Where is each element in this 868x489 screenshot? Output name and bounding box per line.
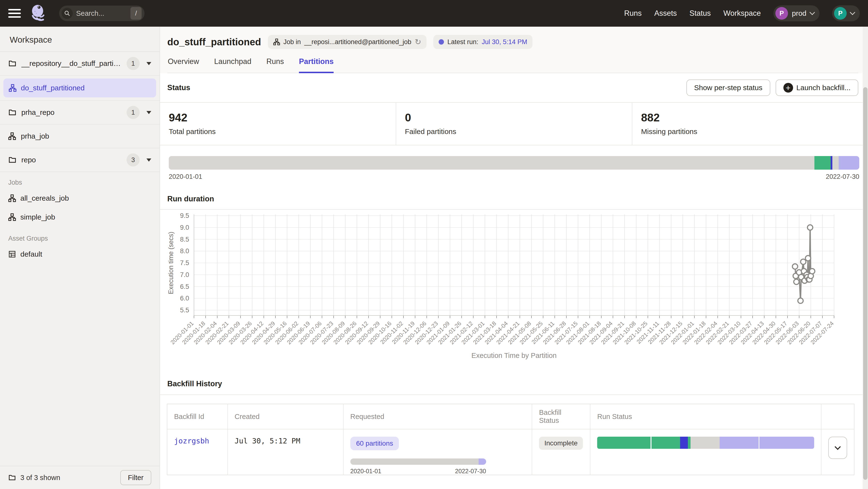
repo-label: prha_repo bbox=[21, 108, 122, 117]
status-heading: Status bbox=[167, 84, 190, 92]
scrollbar-thumb[interactable] bbox=[863, 87, 868, 480]
chevron-down-icon bbox=[810, 10, 815, 15]
tab-runs[interactable]: Runs bbox=[267, 57, 284, 73]
menu-icon[interactable] bbox=[8, 9, 21, 18]
run-status-bar[interactable] bbox=[597, 437, 814, 449]
sidebar-item-default-group[interactable]: default bbox=[8, 245, 151, 264]
job-label: simple_job bbox=[20, 213, 55, 221]
divider bbox=[160, 394, 868, 395]
user-menu[interactable]: P bbox=[832, 5, 860, 21]
caret-down-icon[interactable] bbox=[147, 111, 151, 114]
range-end: 2022-07-30 bbox=[455, 468, 486, 475]
sidebar-repo-prha[interactable]: prha_repo 1 bbox=[0, 101, 159, 125]
requested-range-bar bbox=[350, 458, 486, 465]
range-start: 2020-01-01 bbox=[350, 468, 381, 475]
sidebar-repo-do-stuff[interactable]: __repository__do_stuff_partitio... 1 bbox=[0, 52, 159, 75]
stat-label: Missing partitions bbox=[641, 127, 859, 136]
sidebar-item-simple-job[interactable]: simple_job bbox=[8, 208, 151, 227]
job-icon bbox=[9, 84, 17, 92]
run-duration-heading: Run duration bbox=[167, 195, 214, 203]
deployment-avatar: P bbox=[775, 7, 788, 20]
backfill-table-wrap: Backfill Id Created Requested Backfill S… bbox=[167, 404, 855, 475]
col-created: Created bbox=[228, 404, 343, 429]
latest-run-label: Latest run: bbox=[447, 38, 478, 46]
jobs-section: Jobs all_cereals_job simple_job bbox=[0, 172, 159, 228]
vertical-scrollbar[interactable] bbox=[863, 27, 868, 489]
nav-link-assets[interactable]: Assets bbox=[654, 9, 677, 18]
requested-partitions-badge[interactable]: 60 partitions bbox=[350, 437, 399, 450]
nav-link-runs[interactable]: Runs bbox=[624, 9, 642, 18]
run-status-dot bbox=[439, 39, 444, 44]
stat-label: Failed partitions bbox=[405, 127, 623, 136]
stat-label: Total partitions bbox=[169, 127, 387, 136]
top-nav: / Runs Assets Status Workspace P prod P bbox=[0, 0, 868, 27]
svg-text:Execution Time by Partition: Execution Time by Partition bbox=[471, 352, 556, 359]
sidebar-footer: 3 of 3 shown Filter bbox=[0, 466, 159, 489]
stat-total-partitions: 942 Total partitions bbox=[160, 103, 396, 145]
svg-text:7.5: 7.5 bbox=[180, 259, 189, 266]
svg-text:5.5: 5.5 bbox=[180, 306, 189, 314]
range-start: 2020-01-01 bbox=[169, 173, 202, 181]
svg-text:8.0: 8.0 bbox=[180, 248, 189, 255]
table-header-row: Backfill Id Created Requested Backfill S… bbox=[167, 404, 854, 429]
job-location-tag: Job in __reposi...artitioned@partitioned… bbox=[268, 35, 427, 49]
nav-link-status[interactable]: Status bbox=[689, 9, 711, 18]
selected-job-label: do_stuff_partitioned bbox=[21, 84, 85, 92]
job-location-link[interactable]: __reposi...artitioned@partitioned_job bbox=[304, 38, 411, 46]
tab-launchpad[interactable]: Launchpad bbox=[214, 57, 251, 73]
run-duration-header: Run duration bbox=[160, 181, 868, 209]
range-end: 2022-07-30 bbox=[826, 173, 859, 181]
filter-button[interactable]: Filter bbox=[120, 470, 151, 485]
col-actions bbox=[821, 404, 854, 429]
deployment-switcher[interactable]: P prod bbox=[773, 5, 819, 21]
tab-overview[interactable]: Overview bbox=[168, 57, 199, 73]
plus-circle-icon: + bbox=[783, 83, 793, 93]
user-avatar: P bbox=[834, 7, 847, 20]
folder-icon bbox=[8, 59, 17, 68]
backfill-history-heading: Backfill History bbox=[167, 380, 222, 388]
repo-count-badge: 1 bbox=[127, 57, 140, 70]
sidebar-item-all-cereals-job[interactable]: all_cereals_job bbox=[8, 189, 151, 208]
svg-text:6.5: 6.5 bbox=[180, 283, 189, 290]
search-input[interactable] bbox=[76, 9, 127, 18]
repo-count-badge: 1 bbox=[127, 106, 140, 119]
show-per-step-label: Show per-step status bbox=[694, 84, 763, 92]
nav-link-workspace[interactable]: Workspace bbox=[723, 9, 761, 18]
stat-value: 882 bbox=[641, 111, 859, 124]
repo-count-badge: 3 bbox=[127, 153, 140, 166]
tab-partitions[interactable]: Partitions bbox=[299, 57, 334, 73]
main-content: do_stuff_partitioned Job in __reposi...a… bbox=[160, 27, 868, 489]
workspace-sidebar: Workspace __repository__do_stuff_partiti… bbox=[0, 27, 160, 489]
sidebar-item-prha-job[interactable]: prha_job bbox=[0, 125, 159, 148]
launch-backfill-button[interactable]: + Launch backfill... bbox=[776, 79, 858, 96]
latest-run-link[interactable]: Jul 30, 5:14 PM bbox=[482, 38, 527, 46]
sidebar-repo-repo[interactable]: repo 3 bbox=[0, 148, 159, 172]
svg-text:6.0: 6.0 bbox=[180, 295, 189, 302]
folder-icon bbox=[8, 156, 17, 164]
launch-backfill-label: Launch backfill... bbox=[797, 84, 850, 92]
expand-row-button[interactable] bbox=[828, 437, 847, 459]
caret-down-icon[interactable] bbox=[147, 159, 151, 162]
job-icon bbox=[8, 213, 16, 221]
refresh-icon[interactable]: ↻ bbox=[414, 37, 421, 46]
partition-range-labels: 2020-01-01 2022-07-30 bbox=[169, 173, 859, 181]
stat-missing-partitions: 882 Missing partitions bbox=[632, 103, 868, 145]
sidebar-item-do-stuff-partitioned-selected[interactable]: do_stuff_partitioned bbox=[3, 78, 156, 97]
page-tabs: Overview Launchpad Runs Partitions bbox=[167, 57, 858, 73]
backfill-history-header: Backfill History bbox=[160, 366, 868, 394]
svg-text:Execution time (secs): Execution time (secs) bbox=[167, 232, 175, 294]
caret-down-icon[interactable] bbox=[147, 62, 151, 65]
jobs-section-heading: Jobs bbox=[8, 179, 151, 186]
col-run-status: Run Status bbox=[590, 404, 821, 429]
search-bar[interactable]: / bbox=[59, 6, 145, 21]
search-shortcut-key: / bbox=[130, 7, 142, 20]
show-per-step-status-button[interactable]: Show per-step status bbox=[686, 79, 770, 96]
chevron-down-icon bbox=[850, 10, 856, 15]
run-duration-chart[interactable]: 9.59.08.58.07.57.06.56.05.52020-01-01202… bbox=[165, 209, 854, 365]
run-duration-chart-wrap: 9.59.08.58.07.57.06.56.05.52020-01-01202… bbox=[160, 209, 868, 366]
backfill-history-table: Backfill Id Created Requested Backfill S… bbox=[167, 404, 855, 475]
backfill-id-link[interactable]: jozrgsbh bbox=[174, 437, 209, 445]
dagster-logo-icon[interactable] bbox=[30, 4, 46, 23]
page-header: do_stuff_partitioned Job in __reposi...a… bbox=[160, 27, 868, 73]
partition-status-bar[interactable] bbox=[169, 156, 859, 170]
